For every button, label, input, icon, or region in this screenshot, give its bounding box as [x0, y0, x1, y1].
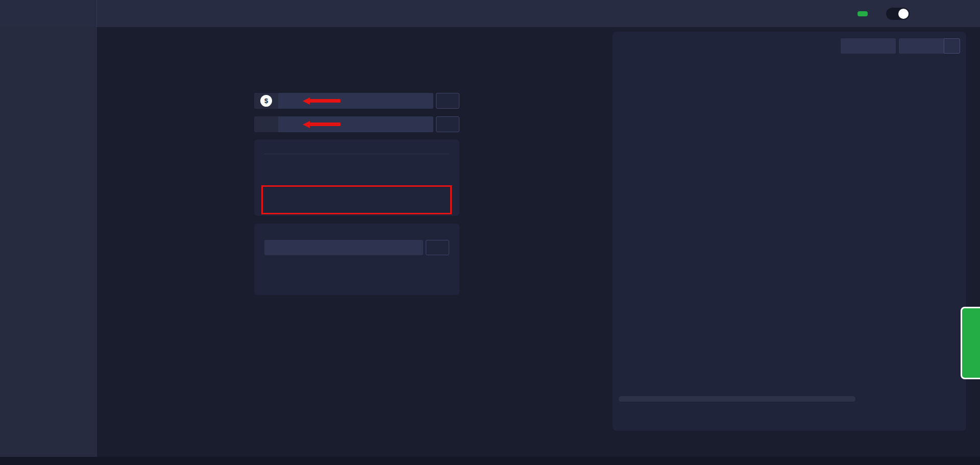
header-actions — [857, 4, 980, 23]
enter-icon — [433, 243, 442, 252]
calculator-input-row — [264, 240, 449, 255]
enter-icon — [444, 97, 452, 105]
theme-toggle[interactable] — [886, 8, 910, 20]
calculator-enter-button[interactable] — [426, 240, 449, 255]
pc-name-input[interactable] — [278, 116, 433, 132]
chevron-down-icon — [867, 43, 873, 49]
orders-search-input[interactable] — [899, 38, 944, 54]
top-header — [0, 0, 980, 27]
orders-filter-area — [841, 38, 960, 54]
calculator-card — [254, 224, 459, 295]
header-brand-area — [0, 0, 97, 27]
amount-input[interactable] — [278, 93, 433, 109]
computer-icon — [254, 116, 278, 132]
footer-bar — [0, 457, 980, 465]
topup-subtabs — [254, 64, 459, 83]
topup-pc-row — [254, 116, 459, 132]
topup-amount-row: $ — [254, 93, 459, 109]
pc-enter-button[interactable] — [436, 116, 459, 132]
search-group — [899, 38, 960, 54]
current-member-title — [254, 139, 459, 148]
calculator-title — [264, 224, 449, 232]
current-member-card — [254, 139, 459, 216]
data-filter-select[interactable] — [841, 38, 896, 54]
toggle-knob — [898, 9, 909, 19]
horizontal-scrollbar[interactable] — [619, 396, 855, 402]
menu-toggle-icon[interactable] — [78, 9, 87, 18]
topup-panel: $ — [254, 27, 459, 333]
contact-us-tab[interactable] — [961, 307, 980, 379]
computer-glyph — [261, 119, 272, 130]
sidebar — [0, 27, 97, 457]
app-logo-icon — [7, 7, 20, 20]
dollar-glyph: $ — [260, 95, 272, 107]
orders-table-header — [619, 59, 960, 75]
user-profile — [0, 27, 97, 62]
calculator-amount-input[interactable] — [264, 240, 423, 255]
amount-enter-button[interactable] — [436, 93, 459, 109]
orders-toolbar — [612, 32, 966, 59]
search-enter-button[interactable] — [944, 38, 960, 54]
paid-row — [254, 154, 459, 160]
main-content: $ — [97, 27, 980, 457]
enter-icon — [444, 120, 452, 129]
orders-panel — [612, 32, 966, 431]
app-logo — [7, 7, 24, 20]
enter-icon — [948, 42, 955, 50]
dollar-icon: $ — [254, 93, 278, 109]
annotation-box-payment — [261, 185, 452, 214]
subscription-days-badge[interactable] — [857, 11, 868, 16]
user-avatar[interactable] — [917, 4, 936, 23]
user-avatar-sidebar[interactable] — [10, 37, 29, 56]
chevron-down-icon[interactable] — [943, 10, 950, 17]
